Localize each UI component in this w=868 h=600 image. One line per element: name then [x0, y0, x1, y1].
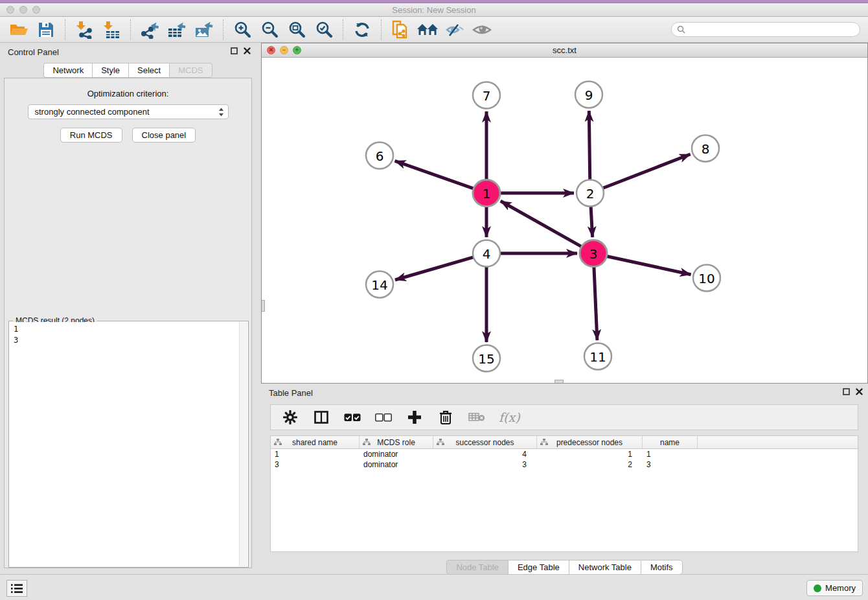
delete-column-button[interactable]: [437, 409, 455, 426]
tab-edge-table[interactable]: Edge Table: [508, 560, 569, 575]
zoom-fit-button[interactable]: [283, 19, 310, 41]
gear-icon: [283, 410, 297, 424]
search-input[interactable]: [689, 25, 854, 34]
graph-edge-2-3[interactable]: [591, 206, 593, 237]
save-session-button[interactable]: [32, 19, 60, 41]
graph-edge-3-10[interactable]: [606, 256, 691, 274]
refresh-layout-button[interactable]: [348, 19, 376, 41]
graph-edge-4-14[interactable]: [395, 257, 474, 280]
graph-node-label: 10: [698, 271, 714, 286]
graph-edge-2-9[interactable]: [589, 111, 589, 180]
graph-node-label: 4: [483, 246, 491, 262]
task-history-button[interactable]: [6, 580, 27, 597]
graph-node-label: 9: [585, 87, 593, 103]
application-window: Session: New Session: [0, 0, 868, 600]
float-panel-icon[interactable]: [231, 47, 238, 54]
import-table-button[interactable]: [98, 19, 125, 41]
table-row[interactable]: 1 dominator 4 1 1: [271, 449, 858, 459]
hide-selected-button[interactable]: [441, 19, 468, 41]
select-all-columns-button[interactable]: [343, 409, 361, 426]
toolbar-separator: [65, 19, 65, 40]
column-label: predecessor nodes: [556, 438, 622, 447]
cell-successor-nodes: 4: [433, 449, 537, 459]
window-title: Session: New Session: [0, 5, 868, 15]
criterion-select[interactable]: strongly connected component: [28, 104, 229, 119]
column-header-name[interactable]: name: [643, 436, 698, 448]
cell-successor-nodes: 3: [433, 459, 537, 470]
graph-node-label: 3: [589, 246, 598, 262]
open-session-button[interactable]: [5, 19, 32, 41]
tab-network-table[interactable]: Network Table: [569, 560, 641, 575]
close-panel-icon[interactable]: [244, 47, 251, 54]
zoom-selected-icon: [315, 21, 333, 39]
tree-icon: [363, 439, 371, 446]
zoom-out-button[interactable]: [256, 19, 283, 41]
column-header-successor-nodes[interactable]: successor nodes: [433, 436, 537, 448]
column-header-shared-name[interactable]: shared name: [271, 436, 360, 448]
pane-splitter-grip[interactable]: [262, 300, 265, 312]
float-panel-icon[interactable]: [843, 388, 850, 395]
tree-icon: [540, 439, 548, 446]
search-icon: [677, 25, 685, 34]
graph-node-label: 14: [371, 277, 387, 293]
clone-network-button[interactable]: [387, 19, 414, 41]
table-row[interactable]: 3 dominator 3 2 3: [271, 459, 858, 470]
cell-shared-name: 3: [271, 459, 360, 470]
zoom-in-button[interactable]: [229, 19, 256, 41]
export-image-icon: [194, 21, 214, 39]
create-column-button[interactable]: [405, 409, 424, 426]
search-box[interactable]: [671, 22, 860, 37]
graph-edge-1-6[interactable]: [395, 161, 475, 189]
delete-table-button[interactable]: [468, 409, 486, 426]
tab-node-table[interactable]: Node Table: [446, 560, 508, 575]
cell-predecessor-nodes: 2: [537, 459, 643, 470]
function-builder-button[interactable]: f(x): [499, 410, 520, 424]
result-scrollbar[interactable]: [239, 322, 247, 566]
close-panel-icon[interactable]: [856, 388, 863, 395]
unselect-all-columns-button[interactable]: [374, 409, 393, 426]
cell-mcds-role: dominator: [360, 449, 433, 459]
cell-predecessor-nodes: 1: [537, 449, 643, 459]
tab-select[interactable]: Select: [128, 63, 169, 78]
column-layout-button[interactable]: [312, 409, 330, 426]
toolbar-separator: [381, 19, 382, 40]
export-table-button[interactable]: [163, 19, 190, 41]
network-window-titlebar[interactable]: ✕ − + scc.txt: [262, 43, 867, 58]
eye-icon: [472, 23, 492, 37]
checked-boxes-icon: [344, 413, 361, 422]
tree-icon: [274, 439, 282, 446]
mcds-result-text[interactable]: 1 3: [10, 322, 239, 566]
cell-mcds-role: dominator: [360, 459, 433, 470]
export-network-icon: [140, 21, 159, 39]
export-image-button[interactable]: [190, 19, 218, 41]
zoom-out-icon: [260, 21, 279, 39]
list-icon: [11, 584, 23, 594]
run-mcds-button[interactable]: Run MCDS: [60, 128, 122, 143]
graph-edge-3-1[interactable]: [501, 201, 582, 247]
import-network-button[interactable]: [71, 19, 98, 41]
first-neighbors-button[interactable]: [414, 19, 441, 41]
tab-style[interactable]: Style: [92, 63, 128, 78]
network-canvas[interactable]: 1234678910111415: [262, 58, 867, 383]
tab-motifs[interactable]: Motifs: [641, 560, 683, 575]
show-all-button[interactable]: [468, 19, 496, 41]
tab-network[interactable]: Network: [43, 63, 92, 78]
memory-button[interactable]: Memory: [806, 580, 863, 596]
table-settings-button[interactable]: [281, 409, 299, 426]
graph-edge-3-11[interactable]: [594, 266, 597, 340]
export-network-button[interactable]: [136, 19, 163, 41]
two-homes-icon: [417, 22, 439, 38]
column-header-mcds-role[interactable]: MCDS role: [360, 436, 433, 448]
table-panel: Table Panel: [261, 384, 868, 574]
unchecked-boxes-icon: [375, 413, 392, 422]
table-header: shared name MCDS role successor nodes: [271, 436, 858, 449]
network-view-window: ✕ − + scc.txt 1234678910111415: [261, 43, 868, 384]
close-panel-button[interactable]: Close panel: [132, 128, 196, 143]
memory-label: Memory: [825, 583, 856, 593]
column-header-predecessor-nodes[interactable]: predecessor nodes: [537, 436, 643, 448]
graph-edge-2-8[interactable]: [602, 154, 691, 189]
pane-splitter-grip[interactable]: [554, 380, 564, 383]
tab-mcds[interactable]: MCDS: [169, 63, 212, 78]
zoom-selected-button[interactable]: [310, 19, 337, 41]
export-table-icon: [167, 21, 187, 39]
